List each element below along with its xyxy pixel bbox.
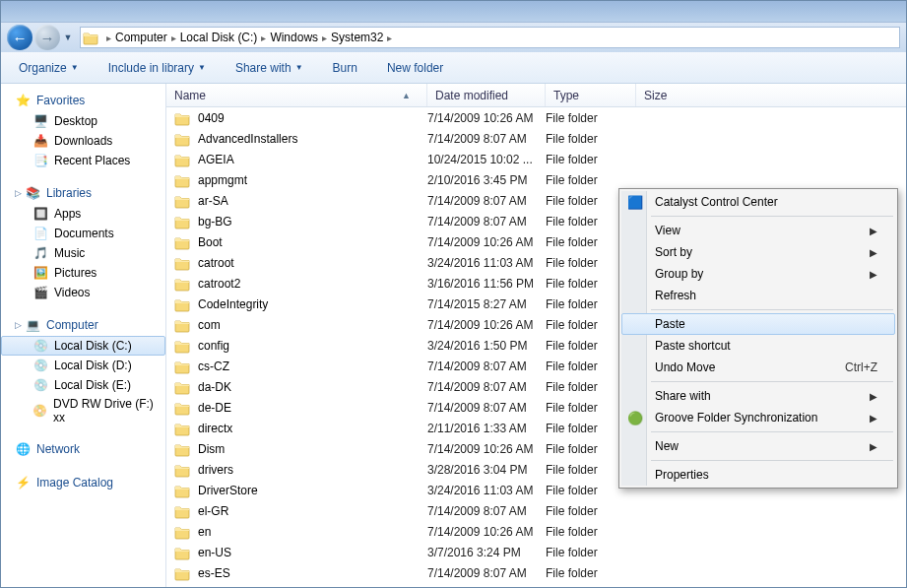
sidebar-item-label: Pictures bbox=[54, 266, 97, 280]
organize-button[interactable]: Organize▼ bbox=[11, 57, 87, 79]
ctx-label: Sort by bbox=[655, 245, 692, 259]
column-date[interactable]: Date modified bbox=[427, 84, 546, 106]
ctx-new[interactable]: New▶ bbox=[621, 435, 895, 457]
ctx-paste-shortcut[interactable]: Paste shortcut bbox=[621, 335, 895, 357]
ctx-label: New bbox=[655, 439, 679, 453]
file-row[interactable]: el-GR7/14/2009 8:07 AMFile folder bbox=[166, 500, 906, 521]
sidebar-drive-e[interactable]: 💿Local Disk (E:) bbox=[1, 375, 165, 395]
sidebar-recent[interactable]: 📑Recent Places bbox=[1, 151, 165, 170]
sidebar-apps[interactable]: 🔲Apps bbox=[1, 204, 165, 224]
file-type: File folder bbox=[546, 132, 636, 146]
file-name: AGEIA bbox=[198, 153, 234, 166]
column-type[interactable]: Type bbox=[546, 84, 636, 106]
new-folder-button[interactable]: New folder bbox=[379, 57, 451, 79]
sidebar-music[interactable]: 🎵Music bbox=[1, 243, 165, 263]
libraries-icon: 📚 bbox=[25, 185, 40, 201]
folder-icon bbox=[174, 359, 190, 374]
ctx-view[interactable]: View▶ bbox=[621, 220, 895, 241]
libraries-group[interactable]: ▷📚Libraries bbox=[1, 182, 165, 204]
file-name: Boot bbox=[198, 235, 223, 249]
file-date: 2/10/2016 3:45 PM bbox=[427, 173, 546, 187]
network-group[interactable]: 🌐Network bbox=[1, 438, 165, 460]
file-date: 3/28/2016 3:04 PM bbox=[427, 463, 546, 477]
address-bar[interactable]: ▸ Computer ▸ Local Disk (C:) ▸ Windows ▸… bbox=[80, 27, 900, 48]
burn-button[interactable]: Burn bbox=[325, 57, 365, 79]
file-type: File folder bbox=[546, 111, 636, 125]
chevron-right-icon: ▸ bbox=[171, 33, 176, 43]
ctx-label: Undo Move bbox=[655, 360, 715, 374]
ctx-properties[interactable]: Properties bbox=[621, 464, 895, 486]
folder-icon bbox=[83, 30, 98, 45]
image-catalog-group[interactable]: ⚡Image Catalog bbox=[1, 472, 165, 493]
breadcrumb-item[interactable]: Computer bbox=[115, 31, 167, 44]
file-row[interactable]: es-ES7/14/2009 8:07 AMFile folder bbox=[166, 562, 906, 583]
file-date: 7/14/2009 10:26 AM bbox=[427, 442, 546, 456]
file-name: DriverStore bbox=[198, 484, 258, 497]
folder-icon bbox=[174, 152, 190, 167]
folder-icon bbox=[174, 172, 190, 188]
apps-icon: 🔲 bbox=[32, 206, 48, 222]
sidebar-documents[interactable]: 📄Documents bbox=[1, 224, 165, 243]
forward-button[interactable]: → bbox=[34, 25, 60, 50]
sidebar-videos[interactable]: 🎬Videos bbox=[1, 283, 165, 302]
ctx-separator bbox=[651, 460, 893, 461]
file-date: 7/14/2009 8:07 AM bbox=[427, 215, 546, 229]
file-row[interactable]: appmgmt2/10/2016 3:45 PMFile folder bbox=[166, 169, 906, 190]
ctx-groove[interactable]: 🟢Groove Folder Synchronization▶ bbox=[621, 407, 895, 428]
favorites-group[interactable]: ⭐Favorites bbox=[1, 90, 165, 111]
downloads-icon: 📥 bbox=[32, 133, 48, 149]
file-name: es-ES bbox=[198, 566, 230, 580]
file-date: 7/14/2009 8:07 AM bbox=[427, 401, 546, 415]
sidebar-drive-c[interactable]: 💿Local Disk (C:) bbox=[1, 336, 165, 356]
column-size[interactable]: Size bbox=[636, 84, 754, 106]
file-row[interactable]: 04097/14/2009 10:26 AMFile folder bbox=[166, 107, 906, 128]
sidebar-drive-d[interactable]: 💿Local Disk (D:) bbox=[1, 356, 165, 375]
column-name[interactable]: Name▲ bbox=[166, 84, 427, 106]
file-date: 7/14/2015 8:27 AM bbox=[427, 297, 546, 311]
sidebar-desktop[interactable]: 🖥️Desktop bbox=[1, 111, 165, 131]
folder-icon bbox=[174, 524, 190, 540]
ctx-sort[interactable]: Sort by▶ bbox=[621, 241, 895, 263]
submenu-arrow-icon: ▶ bbox=[870, 226, 877, 236]
new-folder-label: New folder bbox=[387, 61, 443, 75]
ctx-refresh[interactable]: Refresh bbox=[621, 285, 895, 306]
share-with-button[interactable]: Share with▼ bbox=[227, 57, 311, 79]
sidebar-item-label: Videos bbox=[54, 286, 90, 299]
file-name: com bbox=[198, 318, 221, 332]
command-bar: Organize▼ Include in library▼ Share with… bbox=[1, 52, 906, 84]
ctx-paste[interactable]: Paste bbox=[621, 313, 895, 335]
sidebar-pictures[interactable]: 🖼️Pictures bbox=[1, 263, 165, 283]
sidebar-dvd-drive[interactable]: 📀DVD RW Drive (F:) xx bbox=[1, 395, 165, 426]
include-library-button[interactable]: Include in library▼ bbox=[100, 57, 214, 79]
breadcrumb-item[interactable]: Local Disk (C:) bbox=[180, 31, 258, 44]
sidebar-downloads[interactable]: 📥Downloads bbox=[1, 131, 165, 151]
file-date: 3/24/2016 11:03 AM bbox=[427, 484, 546, 497]
libraries-label: Libraries bbox=[46, 186, 92, 200]
file-row[interactable]: en7/14/2009 10:26 AMFile folder bbox=[166, 521, 906, 542]
file-row[interactable]: AGEIA10/24/2015 10:02 ...File folder bbox=[166, 149, 906, 169]
ctx-share[interactable]: Share with▶ bbox=[621, 385, 895, 407]
file-name: catroot bbox=[198, 256, 234, 270]
history-dropdown[interactable]: ▼ bbox=[62, 33, 74, 42]
file-row[interactable]: en-US3/7/2016 3:24 PMFile folder bbox=[166, 542, 906, 562]
file-name: el-GR bbox=[198, 504, 228, 518]
breadcrumb-item[interactable]: Windows bbox=[270, 31, 318, 44]
ctx-label: Catalyst Control Center bbox=[655, 195, 778, 209]
share-label: Share with bbox=[235, 61, 292, 75]
arrow-right-icon: → bbox=[40, 30, 55, 46]
file-date: 7/14/2009 8:07 AM bbox=[427, 380, 546, 394]
back-button[interactable]: ← bbox=[7, 25, 32, 50]
ctx-catalyst[interactable]: 🟦Catalyst Control Center bbox=[621, 191, 895, 213]
sidebar-item-label: Documents bbox=[54, 227, 114, 240]
ctx-separator bbox=[651, 381, 893, 382]
breadcrumb-item[interactable]: System32 bbox=[331, 31, 383, 44]
file-name: drivers bbox=[198, 463, 233, 477]
submenu-arrow-icon: ▶ bbox=[870, 413, 877, 424]
drive-icon: 💿 bbox=[32, 358, 48, 373]
file-type: File folder bbox=[546, 566, 636, 580]
ctx-group[interactable]: Group by▶ bbox=[621, 263, 895, 285]
ctx-undo[interactable]: Undo MoveCtrl+Z bbox=[621, 357, 895, 378]
computer-group[interactable]: ▷💻Computer bbox=[1, 314, 165, 336]
file-row[interactable]: AdvancedInstallers7/14/2009 8:07 AMFile … bbox=[166, 128, 906, 149]
chevron-right-icon: ▸ bbox=[387, 33, 392, 43]
